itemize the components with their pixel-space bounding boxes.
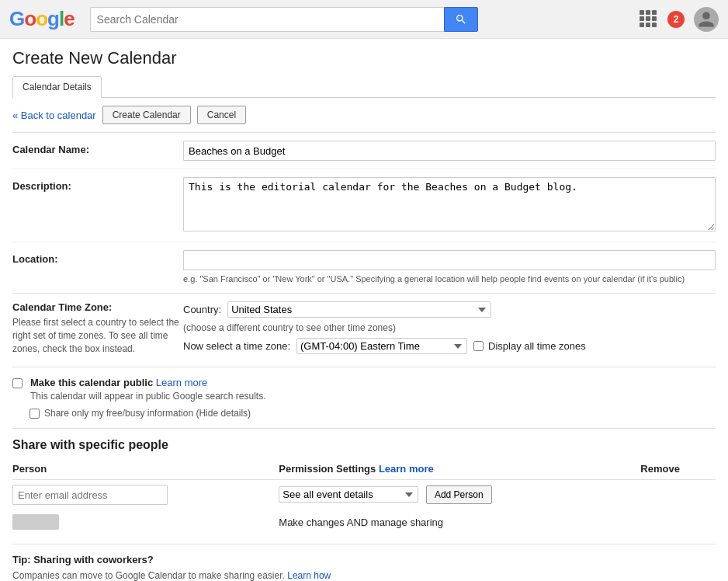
- remove-cell-person: [640, 510, 716, 534]
- tip-section: Tip: Sharing with coworkers? Companies c…: [12, 544, 716, 581]
- remove-cell-add: [640, 480, 716, 510]
- description-label: Description:: [12, 177, 183, 192]
- person-permission-text: Make changes AND manage sharing: [279, 517, 443, 528]
- tip-text: Companies can move to Google Calendar to…: [12, 569, 716, 581]
- share-add-row: See all event details Add Person: [12, 480, 716, 510]
- calendar-name-label: Calendar Name:: [12, 141, 183, 155]
- location-hint: e.g. "San Francisco" or "New York" or "U…: [183, 273, 716, 285]
- public-label: Make this calendar public: [30, 377, 153, 388]
- col-permission: Permission Settings Learn more: [279, 460, 640, 480]
- share-table: Person Permission Settings Learn more Re…: [12, 460, 716, 534]
- search-button[interactable]: [444, 7, 478, 32]
- permission-cell: See all event details Add Person: [279, 480, 640, 510]
- timezone-select[interactable]: (GMT-04:00) Eastern Time: [296, 338, 467, 354]
- share-title: Share with specific people: [12, 438, 716, 452]
- learn-how-link[interactable]: Learn how: [287, 570, 331, 581]
- back-to-calendar-link-top[interactable]: « Back to calendar: [12, 110, 96, 121]
- country-label: Country:: [183, 304, 221, 315]
- search-icon: [455, 13, 467, 26]
- col-person: Person: [12, 460, 279, 480]
- timezone-now-label: Now select a time zone:: [183, 340, 290, 352]
- calendar-name-row: Calendar Name:: [12, 133, 716, 169]
- country-tz-note: (choose a different country to see other…: [183, 322, 716, 333]
- share-section: Share with specific people Person Permis…: [12, 429, 716, 544]
- header: Google 2: [0, 0, 728, 39]
- timezone-controls: Country: United States (choose a differe…: [183, 301, 716, 359]
- permission-select[interactable]: See all event details: [279, 486, 418, 503]
- display-all-tz-label: Display all time zones: [488, 340, 586, 352]
- cancel-button-top[interactable]: Cancel: [197, 106, 246, 124]
- tab-bar: Calendar Details: [12, 76, 716, 98]
- email-cell: [12, 480, 279, 510]
- col-remove: Remove: [640, 460, 716, 480]
- public-main: Make this calendar public Learn more Thi…: [12, 377, 716, 402]
- public-section: Make this calendar public Learn more Thi…: [12, 367, 716, 429]
- timezone-hint: Please first select a country to select …: [12, 316, 183, 355]
- create-calendar-button-top[interactable]: Create Calendar: [102, 106, 191, 124]
- apps-icon[interactable]: [640, 10, 658, 29]
- person-cell: [12, 510, 279, 534]
- calendar-name-input[interactable]: [183, 141, 716, 161]
- location-row: Location: e.g. "San Francisco" or "New Y…: [12, 242, 716, 293]
- country-select[interactable]: United States: [227, 301, 491, 318]
- timezone-line: Now select a time zone: (GMT-04:00) East…: [183, 338, 716, 354]
- search-input[interactable]: [90, 7, 444, 32]
- timezone-label: Calendar Time Zone:: [12, 301, 183, 313]
- email-input[interactable]: [12, 485, 168, 505]
- notification-badge[interactable]: 2: [667, 11, 685, 28]
- share-table-header: Person Permission Settings Learn more Re…: [12, 460, 716, 480]
- avatar[interactable]: [694, 7, 719, 32]
- description-control: This is the editorial calendar for the B…: [183, 177, 716, 234]
- tip-title: Tip: Sharing with coworkers?: [12, 554, 716, 565]
- add-person-button[interactable]: Add Person: [426, 485, 492, 504]
- public-text: Make this calendar public Learn more Thi…: [30, 377, 266, 402]
- public-learn-more-link[interactable]: Learn more: [156, 377, 207, 388]
- search-bar: [90, 7, 478, 32]
- description-textarea[interactable]: This is the editorial calendar for the B…: [183, 177, 716, 231]
- public-hint: This calendar will appear in public Goog…: [30, 391, 266, 402]
- person-permission-cell: Make changes AND manage sharing: [279, 510, 640, 534]
- timezone-label-col: Calendar Time Zone: Please first select …: [12, 301, 183, 355]
- share-person-row: Make changes AND manage sharing: [12, 510, 716, 534]
- main-content: Create New Calendar Calendar Details « B…: [0, 39, 728, 581]
- public-checkbox[interactable]: [12, 378, 23, 388]
- header-right: 2: [640, 7, 719, 32]
- share-free-busy-checkbox[interactable]: [29, 409, 40, 419]
- tab-calendar-details[interactable]: Calendar Details: [12, 76, 102, 98]
- location-label: Location:: [12, 250, 183, 265]
- share-free-busy-row: Share only my free/busy information (Hid…: [29, 408, 716, 419]
- page-title: Create New Calendar: [12, 48, 716, 68]
- calendar-name-control: [183, 141, 716, 161]
- google-logo[interactable]: Google: [9, 7, 75, 31]
- person-avatar: [12, 514, 59, 530]
- permission-learn-more-link[interactable]: Learn more: [379, 463, 434, 475]
- display-all-tz: Display all time zones: [473, 340, 586, 352]
- timezone-section: Calendar Time Zone: Please first select …: [12, 294, 716, 367]
- share-free-busy-label: Share only my free/busy information (Hid…: [44, 408, 251, 419]
- description-row: Description: This is the editorial calen…: [12, 169, 716, 242]
- location-control: e.g. "San Francisco" or "New York" or "U…: [183, 250, 716, 285]
- location-input[interactable]: [183, 250, 716, 270]
- display-all-tz-checkbox[interactable]: [473, 341, 484, 351]
- form-section: Calendar Name: Description: This is the …: [12, 133, 716, 294]
- top-action-bar: « Back to calendar Create Calendar Cance…: [12, 98, 716, 133]
- country-line: Country: United States: [183, 301, 716, 318]
- timezone-row: Calendar Time Zone: Please first select …: [12, 301, 716, 359]
